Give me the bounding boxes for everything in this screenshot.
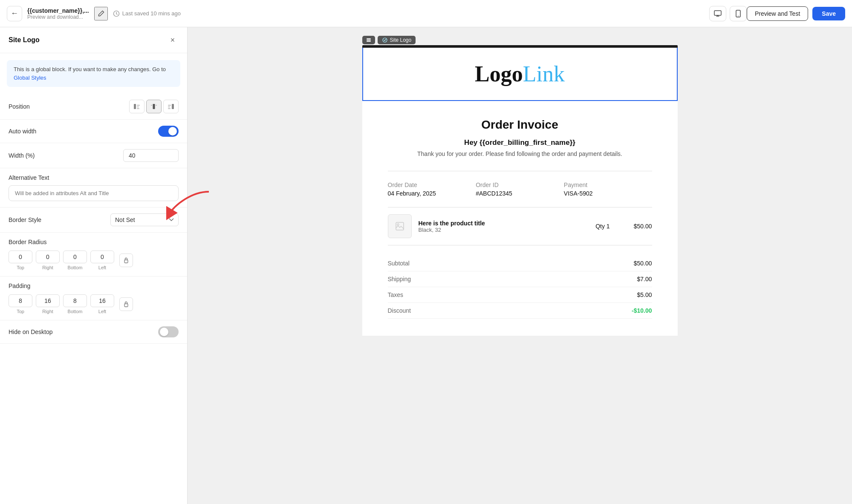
svg-rect-18 [367, 38, 371, 39]
logo-text: LogoLink [475, 61, 565, 86]
width-input[interactable] [123, 149, 179, 162]
block-label-text: Site Logo [390, 37, 412, 43]
order-meta: Order Date 04 February, 2025 Order ID #A… [388, 181, 652, 197]
topbar: ← {{customer_name}},... Preview and down… [0, 0, 852, 27]
order-date-col: Order Date 04 February, 2025 [388, 181, 476, 197]
svg-rect-9 [151, 105, 152, 106]
svg-rect-20 [367, 41, 371, 42]
preview-and-test-button[interactable]: Preview and Test [747, 6, 808, 21]
taxes-value: $5.00 [637, 291, 652, 298]
mobile-device-button[interactable] [730, 6, 747, 21]
auto-width-toggle[interactable] [158, 126, 179, 137]
hide-desktop-toggle[interactable] [158, 326, 179, 337]
product-title: Here is the product title [419, 220, 589, 227]
shipping-row: Shipping $7.00 [388, 271, 652, 287]
border-radius-top-label: Top [17, 265, 24, 270]
border-radius-right-input[interactable] [36, 251, 60, 263]
svg-rect-4 [134, 104, 136, 109]
padding-right-label: Right [42, 309, 53, 314]
invoice-body: Order Invoice Hey {{order_billing_first_… [362, 101, 678, 336]
auto-width-row: Auto width [0, 120, 187, 143]
border-radius-top-input[interactable] [9, 251, 32, 263]
border-radius-left-input[interactable] [90, 251, 114, 263]
padding-grid: Top Right Bottom Left [9, 294, 179, 314]
block-handle[interactable] [362, 36, 375, 44]
border-radius-left-label: Left [98, 265, 106, 270]
taxes-row: Taxes $5.00 [388, 287, 652, 303]
width-row: Width (%) [0, 143, 187, 168]
hide-desktop-label: Hide on Desktop [9, 328, 53, 335]
border-radius-bottom-input[interactable] [63, 251, 87, 263]
logo-text-black: Logo [475, 62, 523, 86]
close-button[interactable]: × [167, 34, 179, 46]
padding-bottom-wrap: Bottom [63, 294, 87, 314]
position-row: Position [0, 94, 187, 120]
border-style-row: Border Style Not Set Solid Dashed Dotted [0, 207, 187, 233]
border-radius-bottom-label: Bottom [68, 265, 83, 270]
svg-rect-13 [168, 107, 170, 107]
auto-width-label: Auto width [9, 128, 36, 135]
padding-label: Padding [9, 282, 179, 289]
block-toolbar: Site Logo [362, 36, 678, 44]
email-canvas: Site Logo LogoLink Order Invoice Hey {{o… [354, 27, 686, 344]
svg-rect-1 [714, 11, 721, 15]
global-styles-link[interactable]: Global Styles [14, 75, 46, 81]
padding-bottom-label: Bottom [68, 309, 83, 314]
border-radius-lock-button[interactable] [119, 253, 133, 267]
alt-text-input[interactable] [9, 185, 179, 201]
padding-right-wrap: Right [36, 294, 60, 314]
back-button[interactable]: ← [7, 6, 22, 21]
topbar-title-main: {{customer_name}},... [27, 7, 89, 14]
svg-rect-8 [153, 104, 155, 109]
padding-right-input[interactable] [36, 294, 60, 307]
padding-bottom-input[interactable] [63, 294, 87, 307]
subtotal-row: Subtotal $50.00 [388, 256, 652, 271]
border-style-label: Border Style [9, 216, 41, 223]
hide-desktop-row: Hide on Desktop [0, 320, 187, 344]
svg-rect-12 [168, 105, 171, 106]
topbar-left: ← {{customer_name}},... Preview and down… [7, 6, 709, 21]
padding-top-wrap: Top [9, 294, 32, 314]
alt-text-label: Alternative Text [9, 174, 179, 181]
border-radius-grid: Top Right Bottom Left [9, 251, 179, 270]
desktop-device-button[interactable] [709, 6, 726, 21]
global-block-notice: This is a global block. If you want to m… [7, 60, 180, 87]
content-area: Site Logo LogoLink Order Invoice Hey {{o… [188, 27, 852, 504]
order-date-label: Order Date [388, 181, 476, 188]
position-left-button[interactable] [129, 100, 144, 113]
svg-rect-19 [367, 40, 371, 40]
product-price: $50.00 [634, 223, 652, 230]
invoice-title: Order Invoice [388, 118, 652, 132]
product-variant: Black, 32 [419, 227, 589, 233]
svg-rect-22 [396, 222, 404, 230]
panel-header: Site Logo × [0, 27, 187, 53]
padding-lock-button[interactable] [119, 297, 133, 311]
padding-left-input[interactable] [90, 294, 114, 307]
border-radius-left-wrap: Left [90, 251, 114, 270]
product-image [388, 214, 412, 238]
padding-top-input[interactable] [9, 294, 32, 307]
position-center-button[interactable] [146, 100, 162, 113]
summary-rows: Subtotal $50.00 Shipping $7.00 Taxes $5.… [388, 256, 652, 319]
position-right-button[interactable] [163, 100, 179, 113]
border-style-select[interactable]: Not Set Solid Dashed Dotted [110, 213, 179, 226]
svg-rect-14 [168, 108, 170, 109]
topbar-right: Preview and Test Save [747, 6, 845, 21]
svg-rect-7 [137, 108, 139, 109]
block-label-pill[interactable]: Site Logo [378, 36, 416, 44]
last-saved: Last saved 10 mins ago [113, 10, 181, 17]
logo-block[interactable]: LogoLink [362, 48, 678, 101]
save-button[interactable]: Save [812, 7, 845, 20]
taxes-label: Taxes [388, 291, 404, 298]
svg-rect-16 [124, 304, 128, 307]
order-id-label: Order ID [476, 181, 564, 188]
alt-text-section: Alternative Text [0, 168, 187, 207]
border-radius-top-wrap: Top [9, 251, 32, 270]
edit-button[interactable] [94, 7, 108, 20]
topbar-center [709, 6, 747, 21]
invoice-thank-you: Thank you for your order. Please find fo… [388, 150, 652, 157]
svg-point-3 [738, 15, 739, 16]
padding-left-wrap: Left [90, 294, 114, 314]
payment-value: VISA-5902 [564, 190, 652, 197]
border-radius-right-wrap: Right [36, 251, 60, 270]
